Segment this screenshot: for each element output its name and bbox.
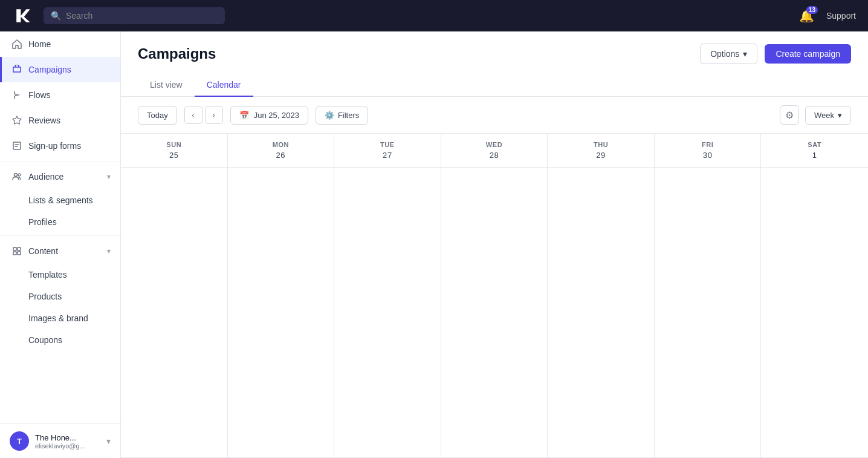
avatar: T: [10, 431, 29, 451]
calendar-body: [121, 168, 868, 458]
user-email: eliseklaviyo@g...: [35, 442, 100, 450]
campaigns-icon: [11, 64, 22, 75]
calendar-settings-button[interactable]: ⚙: [780, 105, 799, 125]
content-chevron-icon: ▾: [107, 247, 111, 255]
toolbar-right: ⚙ Week ▾: [780, 105, 851, 125]
filter-icon: ⚙️: [325, 111, 334, 120]
svg-rect-4: [13, 247, 16, 250]
reviews-icon: [11, 115, 22, 126]
sidebar-item-lists-segments[interactable]: Lists & segments: [0, 189, 120, 211]
date-display: Jun 25, 2023: [254, 111, 299, 120]
audience-chevron-icon: ▾: [107, 172, 111, 181]
next-arrow-button[interactable]: ›: [205, 106, 223, 124]
sidebar-main-section: Home Campaigns Flows Reviews: [0, 31, 120, 351]
products-label: Products: [28, 292, 62, 301]
main-layout: Home Campaigns Flows Reviews: [0, 31, 868, 458]
sidebar-divider-1: [0, 161, 120, 162]
calendar-toolbar: Today ‹ › 📅 Jun 25, 2023 ⚙️ Filters ⚙: [121, 97, 868, 134]
week-chevron-icon: ▾: [838, 111, 842, 120]
sidebar-item-campaigns[interactable]: Campaigns: [0, 57, 120, 82]
prev-arrow-button[interactable]: ‹: [184, 106, 202, 124]
calendar-cell-thu[interactable]: [548, 168, 655, 458]
settings-icon: ⚙: [785, 110, 794, 121]
page-header-row: Campaigns Options ▾ Create campaign: [138, 44, 851, 64]
sidebar-item-home-label: Home: [28, 39, 51, 49]
nav-right: 🔔 13 Support: [799, 8, 856, 23]
page-title: Campaigns: [138, 45, 216, 62]
calendar-cell-tue[interactable]: [334, 168, 441, 458]
create-campaign-button[interactable]: Create campaign: [765, 44, 851, 64]
sidebar-content-section[interactable]: Content ▾: [0, 238, 120, 264]
calendar-day-header-tue: TUE27: [334, 134, 441, 167]
sidebar-audience-section[interactable]: Audience ▾: [0, 164, 120, 189]
home-icon: [11, 39, 22, 50]
calendar-grid: SUN25MON26TUE27WED28THU29FRI30SAT1: [121, 134, 868, 458]
flows-icon: [11, 90, 22, 100]
sidebar-item-reviews[interactable]: Reviews: [0, 108, 120, 133]
sidebar: Home Campaigns Flows Reviews: [0, 31, 121, 458]
calendar-day-header-wed: WED28: [441, 134, 548, 167]
sidebar-item-signup-forms[interactable]: Sign-up forms: [0, 133, 120, 159]
sidebar-item-flows-label: Flows: [28, 90, 51, 100]
calendar-day-header-thu: THU29: [548, 134, 655, 167]
logo[interactable]: [12, 5, 34, 27]
sidebar-item-products[interactable]: Products: [0, 286, 120, 307]
search-input[interactable]: [66, 11, 218, 21]
content-icon: [11, 246, 22, 257]
calendar-cell-sat[interactable]: [761, 168, 868, 458]
calendar-cell-sun[interactable]: [121, 168, 228, 458]
calendar-cell-wed[interactable]: [441, 168, 548, 458]
search-bar[interactable]: 🔍: [44, 7, 225, 24]
week-dropdown-button[interactable]: Week ▾: [805, 106, 851, 125]
options-label: Options: [710, 49, 739, 59]
templates-label: Templates: [28, 270, 67, 280]
sidebar-item-flows[interactable]: Flows: [0, 82, 120, 108]
search-icon: 🔍: [51, 11, 61, 21]
filters-button[interactable]: ⚙️ Filters: [316, 106, 368, 125]
prev-arrow-icon: ‹: [192, 110, 195, 120]
calendar-day-header-fri: FRI30: [655, 134, 762, 167]
next-arrow-icon: ›: [212, 110, 215, 120]
sidebar-item-profiles[interactable]: Profiles: [0, 211, 120, 233]
tab-list-view[interactable]: List view: [138, 74, 195, 97]
content-area: Campaigns Options ▾ Create campaign List…: [121, 31, 868, 458]
calendar-header-row: SUN25MON26TUE27WED28THU29FRI30SAT1: [121, 134, 868, 168]
sidebar-item-signup-label: Sign-up forms: [28, 141, 81, 151]
images-brand-label: Images & brand: [28, 313, 88, 323]
support-link[interactable]: Support: [826, 11, 856, 21]
sidebar-item-campaigns-label: Campaigns: [28, 65, 71, 74]
header-actions: Options ▾ Create campaign: [700, 44, 851, 64]
calendar-icon: 📅: [239, 111, 249, 120]
tabs: List view Calendar: [138, 74, 851, 96]
sidebar-item-images-brand[interactable]: Images & brand: [0, 307, 120, 329]
options-chevron-icon: ▾: [743, 49, 747, 59]
profiles-label: Profiles: [28, 217, 57, 227]
calendar-cell-mon[interactable]: [228, 168, 335, 458]
audience-label: Audience: [28, 172, 63, 182]
svg-rect-6: [13, 252, 16, 255]
top-navigation: 🔍 🔔 13 Support: [0, 0, 868, 31]
options-button[interactable]: Options ▾: [700, 44, 757, 64]
svg-rect-5: [18, 247, 21, 250]
tab-calendar[interactable]: Calendar: [195, 74, 253, 97]
calendar-cell-fri[interactable]: [655, 168, 762, 458]
calendar-day-header-sun: SUN25: [121, 134, 228, 167]
create-campaign-label: Create campaign: [776, 49, 840, 59]
signup-forms-icon: [11, 140, 22, 151]
calendar-day-header-sat: SAT1: [761, 134, 868, 167]
date-picker-button[interactable]: 📅 Jun 25, 2023: [230, 106, 308, 125]
sidebar-divider-2: [0, 235, 120, 236]
today-button[interactable]: Today: [138, 106, 177, 125]
content-label: Content: [28, 246, 58, 256]
notification-badge: 13: [806, 6, 818, 14]
audience-icon: [11, 171, 22, 182]
sidebar-item-home[interactable]: Home: [0, 31, 120, 57]
calendar-day-header-mon: MON26: [228, 134, 335, 167]
sidebar-item-templates[interactable]: Templates: [0, 264, 120, 286]
user-info: The Hone... eliseklaviyo@g...: [35, 433, 100, 450]
user-profile-footer[interactable]: T The Hone... eliseklaviyo@g... ▾: [0, 424, 120, 458]
svg-point-3: [18, 174, 21, 176]
sidebar-item-coupons[interactable]: Coupons: [0, 329, 120, 351]
notification-button[interactable]: 🔔 13: [799, 8, 814, 23]
svg-rect-7: [18, 252, 21, 255]
